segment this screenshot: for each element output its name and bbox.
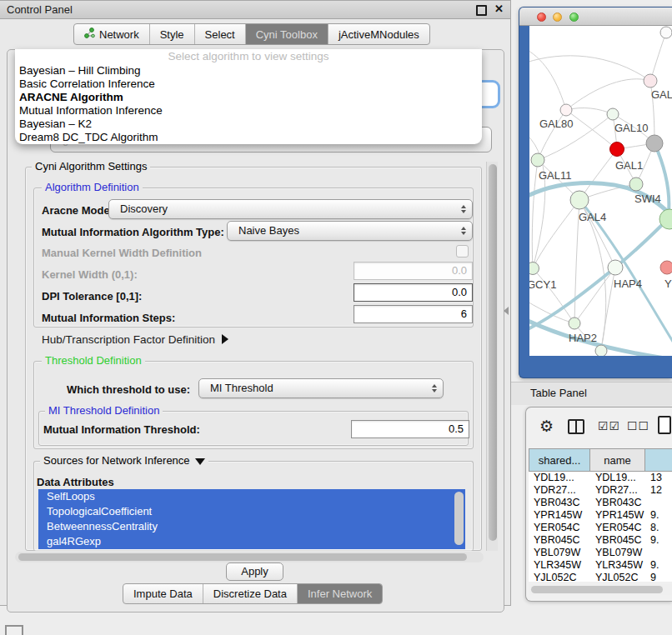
mi-algorithm-type-value: Naive Bayes xyxy=(238,224,299,237)
table-horizontal-scrollbar[interactable] xyxy=(529,584,672,595)
apply-button[interactable]: Apply xyxy=(226,562,283,581)
document-icon[interactable] xyxy=(658,416,671,434)
table-panel-window: ⚙ ☑☑ ☐☐ shared... name YDL19...YDL19...1… xyxy=(525,407,672,602)
node-hap2 xyxy=(569,318,580,329)
close-traffic-light-icon[interactable] xyxy=(537,12,546,22)
tab-jactivemnodules[interactable]: jActiveMNodules xyxy=(328,24,429,44)
algorithm-dropdown-popup: Select algorithm to view settings Bayesi… xyxy=(15,49,482,144)
settings-vertical-scrollbar-thumb[interactable] xyxy=(489,164,497,541)
which-threshold-combobox[interactable]: MI Threshold xyxy=(198,378,444,398)
settings-horizontal-scrollbar-thumb[interactable] xyxy=(18,553,467,561)
tab-cyni-toolbox-label: Cyni Toolbox xyxy=(256,28,318,41)
tab-select-label: Select xyxy=(205,28,235,41)
select-all-checks-icon[interactable]: ☑☑ xyxy=(598,419,620,432)
minimized-panel-icon[interactable] xyxy=(5,625,23,635)
expand-arrow-icon xyxy=(222,334,228,344)
node-swi4 xyxy=(629,178,643,191)
table-row[interactable]: YDL19...YDL19...13 xyxy=(529,472,672,484)
attributes-list-scrollbar[interactable] xyxy=(454,492,464,545)
settings-vertical-scrollbar[interactable] xyxy=(486,162,498,551)
aracne-mode-value: Discovery xyxy=(120,202,168,215)
mi-threshold-input[interactable]: 0.5 xyxy=(351,420,469,438)
table-row[interactable]: YBL079WYBL079W xyxy=(529,547,672,559)
algorithm-option[interactable]: Mutual Information Inference xyxy=(15,104,482,118)
tab-select[interactable]: Select xyxy=(195,24,246,44)
svg-text:GAL1: GAL1 xyxy=(615,159,643,172)
gear-icon[interactable]: ⚙ xyxy=(539,417,554,436)
zoom-traffic-light-icon[interactable] xyxy=(569,12,579,22)
node-gcy1 xyxy=(529,262,539,275)
table-toolbar: ⚙ ☑☑ ☐☐ xyxy=(526,408,672,448)
network-window-titlebar[interactable] xyxy=(519,8,672,26)
deselect-all-checks-icon[interactable]: ☐☐ xyxy=(627,419,649,432)
tab-discretize-data[interactable]: Discretize Data xyxy=(203,584,298,603)
network-canvas[interactable]: GAL GAL80 GAL10 GAL1 GAL11 SWI4 GAL4 GCY… xyxy=(529,26,672,356)
table-row[interactable]: YBR043CYBR043C xyxy=(529,497,672,509)
node-hap4 xyxy=(608,260,623,275)
control-panel-titlebar[interactable]: Control Panel ✕ xyxy=(0,1,510,19)
panel-collapse-arrow[interactable] xyxy=(504,307,509,315)
table-row[interactable]: YBR045CYBR045C9. xyxy=(529,534,672,547)
svg-text:GAL10: GAL10 xyxy=(614,122,648,134)
mi-threshold-label: Mutual Information Threshold: xyxy=(43,423,200,436)
table-row[interactable]: YDR27...YDR27...12 xyxy=(529,484,672,497)
mi-steps-input[interactable]: 6 xyxy=(354,305,473,323)
tab-network[interactable]: Network xyxy=(74,24,150,44)
float-window-icon[interactable] xyxy=(476,5,487,16)
aracne-mode-combobox[interactable]: Discovery xyxy=(108,199,473,219)
hub-definition-toggle[interactable]: Hub/Transcription Factor Definition xyxy=(42,333,228,346)
settings-horizontal-scrollbar[interactable] xyxy=(15,552,484,562)
control-panel-tabbar: Network Style Select Cyni Toolbox jActiv… xyxy=(73,23,430,45)
manual-kernel-width-checkbox[interactable] xyxy=(456,245,469,258)
svg-text:HAP4: HAP4 xyxy=(614,278,642,290)
column-header-partial[interactable] xyxy=(645,448,672,472)
attribute-item[interactable]: gal4RGexp xyxy=(38,534,465,549)
table-header-row: shared... name xyxy=(529,448,672,472)
collapse-arrow-icon xyxy=(195,458,205,465)
column-header-name[interactable]: name xyxy=(590,448,645,472)
attribute-item[interactable]: TopologicalCoefficient xyxy=(38,504,465,519)
tab-cyni-toolbox[interactable]: Cyni Toolbox xyxy=(246,24,328,44)
algorithm-option[interactable]: Bayesian – Hill Climbing xyxy=(15,64,482,78)
column-header-shared-name[interactable]: shared... xyxy=(529,448,590,472)
svg-text:GAL4: GAL4 xyxy=(579,211,606,223)
algorithm-option[interactable]: Dream8 DC_TDC Algorithm xyxy=(15,131,482,144)
tab-infer-network[interactable]: Infer Network xyxy=(298,584,382,603)
threshold-definition-title: Threshold Definition xyxy=(42,355,145,367)
dpi-tolerance-input[interactable]: 0.0 xyxy=(354,283,473,302)
attribute-item[interactable]: BetweennessCentrality xyxy=(38,519,465,534)
table-body: YDL19...YDL19...13 YDR27...YDR27...12 YB… xyxy=(529,472,672,582)
node xyxy=(644,74,657,88)
minimize-traffic-light-icon[interactable] xyxy=(553,12,562,22)
algorithm-option-selected[interactable]: ARACNE Algorithm xyxy=(15,91,482,104)
svg-text:HAP2: HAP2 xyxy=(569,332,597,344)
sources-toggle[interactable]: Sources for Network Inference xyxy=(40,455,208,467)
table-row[interactable]: YLR345WYLR345W9. xyxy=(529,559,672,572)
close-icon[interactable]: ✕ xyxy=(494,2,504,15)
control-panel-title: Control Panel xyxy=(7,3,73,16)
node xyxy=(660,261,672,274)
bottom-tabbar: Impute Data Discretize Data Infer Networ… xyxy=(123,583,383,604)
kernel-width-label: Kernel Width (0,1): xyxy=(42,268,138,281)
columns-icon[interactable] xyxy=(568,419,584,434)
network-tab-icon xyxy=(84,28,95,41)
which-threshold-label: Which threshold to use: xyxy=(67,383,190,396)
algorithm-option[interactable]: Bayesian – K2 xyxy=(15,118,482,131)
tab-impute-data-label: Impute Data xyxy=(133,588,193,600)
svg-text:SWI4: SWI4 xyxy=(634,192,661,205)
which-threshold-value: MI Threshold xyxy=(210,382,273,394)
svg-text:GAL11: GAL11 xyxy=(539,169,572,182)
mi-threshold-definition-title: MI Threshold Definition xyxy=(45,405,163,417)
table-row[interactable]: YJL052CYJL052C9 xyxy=(529,572,672,582)
algorithm-option[interactable]: Basic Correlation Inference xyxy=(15,78,482,91)
tab-style[interactable]: Style xyxy=(150,24,195,44)
table-horizontal-scrollbar-thumb[interactable] xyxy=(531,586,663,593)
table-row[interactable]: YER054CYER054C8. xyxy=(529,522,672,534)
combo-stepper-icon xyxy=(461,227,466,235)
mi-algorithm-type-combobox[interactable]: Naive Bayes xyxy=(227,221,473,241)
node-gal1 xyxy=(610,142,624,157)
attribute-item[interactable]: SelfLoops xyxy=(38,489,465,504)
table-row[interactable]: YPR145WYPR145W9. xyxy=(529,509,672,522)
kernel-width-input[interactable]: 0.0 xyxy=(354,262,473,280)
tab-impute-data[interactable]: Impute Data xyxy=(123,584,203,603)
